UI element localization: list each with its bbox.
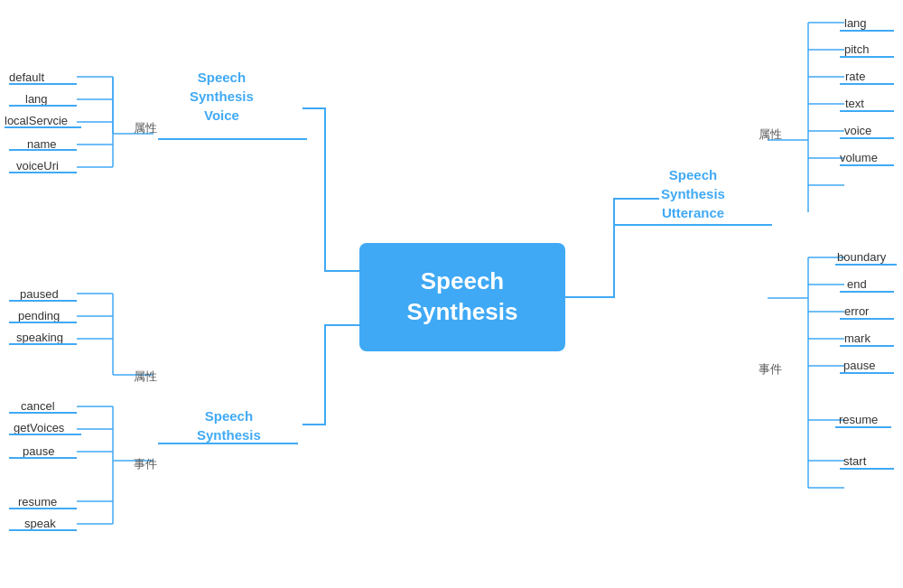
underline-resume-left xyxy=(9,508,77,509)
item-default: default xyxy=(9,70,44,84)
item-pause-left: pause xyxy=(23,444,54,458)
underline-end xyxy=(840,291,894,293)
underline-boundary xyxy=(835,264,897,266)
item-voiceuri: voiceUri xyxy=(16,159,59,173)
item-end: end xyxy=(847,277,867,291)
underline-resume-right xyxy=(835,426,891,428)
item-cancel: cancel xyxy=(21,399,55,413)
underline-pause-right xyxy=(840,372,894,374)
underline-pause-left xyxy=(9,457,77,459)
underline-cancel xyxy=(9,412,77,414)
speech-synthesis-utterance-events-label: 事件 xyxy=(759,361,782,378)
item-text: text xyxy=(845,97,864,110)
item-lang-top: lang xyxy=(25,92,48,106)
underline-volume xyxy=(840,164,894,166)
speech-synthesis-utterance-label: SpeechSynthesisUtterance xyxy=(623,165,763,222)
item-mark: mark xyxy=(844,331,870,345)
speech-synthesis-voice-label: SpeechSynthesisVoice xyxy=(190,68,254,125)
underline-text xyxy=(840,110,894,112)
item-paused: paused xyxy=(20,287,59,301)
underline-localservcie xyxy=(5,126,81,128)
item-speak: speak xyxy=(24,517,56,530)
item-getvoices: getVoices xyxy=(14,421,64,434)
item-voice: voice xyxy=(844,124,871,137)
item-resume-left: resume xyxy=(18,495,57,509)
item-start: start xyxy=(843,454,866,468)
underline-speak xyxy=(9,529,77,531)
speech-synthesis-left-attrs-label: 属性 xyxy=(134,369,157,385)
speech-synthesis-left-label: SpeechSynthesis xyxy=(197,406,261,444)
item-boundary: boundary xyxy=(837,250,886,264)
item-speaking: speaking xyxy=(16,331,63,344)
item-lang-right: lang xyxy=(844,16,867,30)
item-resume-right: resume xyxy=(839,413,878,426)
underline-speaking xyxy=(9,343,77,345)
underline-error xyxy=(840,318,894,320)
underline-start xyxy=(840,468,894,470)
underline-name xyxy=(9,149,77,151)
speech-synthesis-left-events-label: 事件 xyxy=(134,456,157,472)
underline-mark xyxy=(840,345,894,347)
underline-paused xyxy=(9,300,77,302)
item-pitch: pitch xyxy=(844,42,869,56)
speech-synthesis-voice-attrs-label: 属性 xyxy=(134,120,157,136)
item-pause-right: pause xyxy=(843,359,875,372)
underline-lang-right xyxy=(840,30,894,32)
item-rate: rate xyxy=(845,70,865,83)
item-volume: volume xyxy=(840,151,878,164)
item-pending: pending xyxy=(18,309,60,322)
underline-voiceuri xyxy=(9,172,77,173)
center-node: SpeechSynthesis xyxy=(359,243,565,351)
speech-synthesis-utterance-attrs-label: 属性 xyxy=(759,126,782,143)
center-label: SpeechSynthesis xyxy=(407,266,518,328)
item-localservcie: localServcie xyxy=(5,114,68,127)
underline-pending xyxy=(9,322,77,323)
underline-default xyxy=(9,83,77,85)
item-error: error xyxy=(844,304,869,318)
speech-synthesis-utterance-underline xyxy=(614,224,772,226)
underline-getvoices xyxy=(9,434,81,435)
underline-voice xyxy=(840,137,894,139)
underline-pitch xyxy=(840,56,894,58)
speech-synthesis-voice-underline xyxy=(158,138,307,140)
underline-rate xyxy=(840,83,894,85)
underline-lang-top xyxy=(9,105,77,107)
speech-synthesis-left-underline xyxy=(158,443,298,444)
